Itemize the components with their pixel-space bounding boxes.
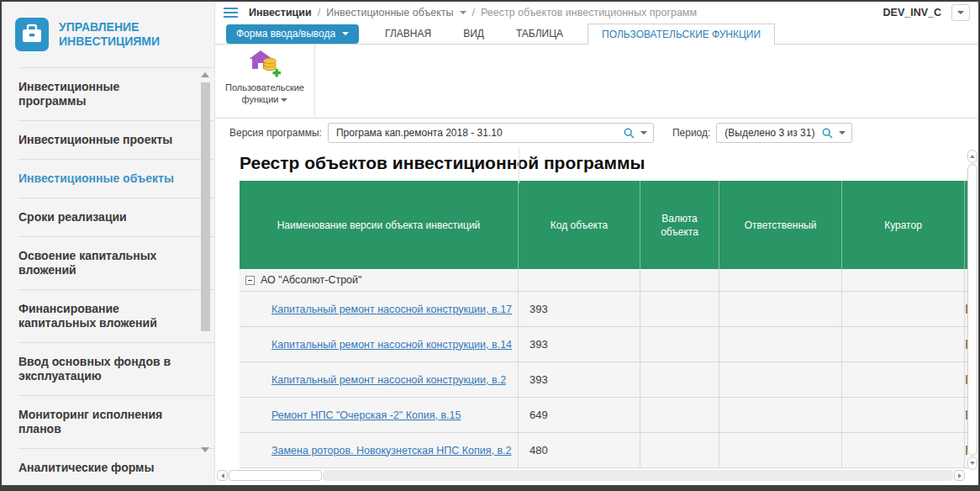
report-content: Реестр объектов инвестиционной программы… (215, 147, 978, 485)
tab-main[interactable]: ГЛАВНАЯ (369, 24, 447, 44)
horizontal-scroll-track[interactable] (323, 470, 953, 481)
table-row: Капитальный ремонт насосной конструкции,… (240, 362, 968, 398)
tab-table[interactable]: ТАБЛИЦА (500, 24, 579, 44)
sidebar-item-fixed-assets[interactable]: Ввод основных фондов в эксплуатацию (18, 342, 214, 395)
collapse-minus-icon[interactable] (245, 276, 255, 285)
table-header-row: Наименование версии объекта инвестиций К… (240, 181, 968, 269)
object-code: 480 (519, 433, 640, 467)
main-area: Инвестиции / Инвестиционные объекты / Ре… (215, 2, 978, 485)
sidebar: УПРАВЛЕНИЕ ИНВЕСТИЦИЯМИ Инвестиционные п… (2, 2, 215, 485)
sidebar-scroll-thumb[interactable] (201, 82, 210, 331)
scroll-up-icon (970, 155, 975, 158)
period-value: (Выделено 3 из 31) (724, 127, 817, 139)
scroll-left-icon (221, 473, 224, 478)
sidebar-item-invest-projects[interactable]: Инвестиционные проекты (18, 120, 214, 159)
user-menu-button[interactable] (951, 4, 970, 21)
user-functions-button[interactable]: Пользовательские функции (215, 45, 315, 118)
grid-column-line (519, 147, 519, 183)
chevron-down-icon (957, 11, 964, 14)
sidebar-item-invest-objects[interactable]: Инвестиционные объекты (18, 159, 214, 198)
breadcrumb-separator: / (318, 7, 320, 18)
object-link[interactable]: Капитальный ремонт насосной конструкции,… (271, 304, 512, 315)
topbar: Инвестиции / Инвестиционные объекты / Ре… (215, 2, 978, 24)
brand-title: УПРАВЛЕНИЕ ИНВЕСТИЦИЯМИ (59, 20, 160, 49)
scroll-down-icon[interactable] (201, 447, 209, 452)
app-window: УПРАВЛЕНИЕ ИНВЕСТИЦИЯМИ Инвестиционные п… (0, 0, 980, 491)
period-label: Период: (672, 127, 710, 139)
scroll-up-icon[interactable] (201, 72, 209, 77)
breadcrumb-page: Реестр объектов инвестиционных программ (481, 7, 697, 18)
chevron-down-icon[interactable] (460, 11, 466, 14)
column-header-curator[interactable]: Куратор (842, 181, 965, 269)
scroll-right-icon (958, 473, 962, 478)
object-code: 649 (519, 398, 640, 432)
object-link[interactable]: Капитальный ремонт насосной конструкции,… (271, 339, 512, 351)
sidebar-item-plan-monitoring[interactable]: Мониторинг исполнения планов (18, 395, 214, 448)
column-header-name[interactable]: Наименование версии объекта инвестиций (240, 181, 519, 269)
briefcase-logo-icon (15, 18, 49, 51)
program-version-value: Програма кап.ремонта 2018 - 31.10 (336, 127, 619, 139)
sidebar-item-invest-programs[interactable]: Инвестиционные программы (18, 67, 214, 120)
object-code: 393 (519, 327, 640, 362)
user-functions-label: Пользовательские функции (217, 82, 313, 105)
object-link[interactable]: Ремонт НПС "Очерская -2" Копия, в.15 (271, 409, 461, 421)
table-row: Замена роторов. Новокузнетская НПС Копия… (240, 433, 968, 468)
tab-user-functions[interactable]: ПОЛЬЗОВАТЕЛЬСКИЕ ФУНКЦИИ (587, 24, 775, 45)
chevron-down-icon[interactable] (839, 131, 846, 135)
search-icon[interactable] (624, 128, 635, 139)
search-icon[interactable] (822, 128, 833, 139)
user-functions-icon (249, 50, 281, 79)
period-select[interactable]: (Выделено 3 из 31) (716, 123, 852, 143)
report-table: Наименование версии объекта инвестиций К… (240, 181, 968, 468)
horizontal-scroll-thumb[interactable] (229, 470, 322, 481)
hamburger-menu-icon[interactable] (224, 8, 238, 18)
scroll-right-button[interactable] (954, 470, 965, 481)
program-version-select[interactable]: Програма кап.ремонта 2018 - 31.10 (328, 123, 654, 143)
tab-view[interactable]: ВИД (447, 24, 500, 44)
chevron-down-icon (342, 32, 349, 35)
breadcrumb-separator: / (472, 7, 475, 18)
chevron-down-icon[interactable] (640, 131, 647, 135)
table-row: Капитальный ремонт насосной конструкции,… (240, 327, 968, 362)
sidebar-item-capital-development[interactable]: Освоение капитальных вложений (18, 236, 214, 289)
vertical-scroll-thumb[interactable] (967, 164, 977, 456)
group-label: АО "Абсолют-Строй" (261, 274, 361, 286)
object-link[interactable]: Капитальный ремонт насосной конструкции,… (271, 374, 506, 386)
breadcrumb-section[interactable]: Инвестиционные объекты (326, 7, 453, 18)
table-row: Ремонт НПС "Очерская -2" Копия, в.15 649 (240, 398, 968, 433)
scroll-left-button[interactable] (217, 470, 228, 481)
version-label: Версия программы: (229, 127, 322, 139)
vertical-scrollbar[interactable] (967, 150, 977, 470)
column-header-responsible[interactable]: Ответственный (719, 181, 842, 269)
ribbon-tabs: Форма ввода/вывода ГЛАВНАЯ ВИД ТАБЛИЦА П… (215, 24, 978, 45)
breadcrumb-root[interactable]: Инвестиции (249, 7, 312, 18)
user-login: DEV_INV_C (883, 7, 941, 18)
scroll-down-icon (970, 462, 975, 465)
sidebar-item-capital-financing[interactable]: Финансирование капитальных вложений (18, 289, 214, 342)
table-row: Капитальный ремонт насосной конструкции,… (240, 292, 968, 327)
group-row: АО "Абсолют-Строй" (240, 269, 968, 292)
app-logo: УПРАВЛЕНИЕ ИНВЕСТИЦИЯМИ (2, 2, 214, 67)
sidebar-item-implementation-dates[interactable]: Сроки реализации (18, 198, 214, 236)
filter-row: Версия программы: Програма кап.ремонта 2… (215, 119, 978, 147)
object-link[interactable]: Замена роторов. Новокузнетская НПС Копия… (271, 445, 512, 457)
ribbon-toolbar: Пользовательские функции (215, 45, 978, 119)
sidebar-item-analytic-forms[interactable]: Аналитические формы (18, 448, 214, 485)
sidebar-scrollbar[interactable] (200, 72, 210, 452)
horizontal-scrollbar[interactable] (217, 470, 965, 481)
object-code: 393 (519, 362, 640, 397)
column-header-code[interactable]: Код объекта (519, 181, 640, 269)
report-title: Реестр объектов инвестиционной программы (240, 153, 978, 173)
scroll-up-button[interactable] (967, 150, 977, 163)
object-code: 393 (519, 292, 640, 326)
form-io-button[interactable]: Форма ввода/вывода (226, 24, 359, 44)
column-header-currency[interactable]: Валюта объекта (640, 181, 719, 269)
scroll-down-button[interactable] (967, 457, 977, 470)
sidebar-nav: Инвестиционные программы Инвестиционные … (18, 67, 214, 485)
chevron-down-icon (281, 98, 287, 102)
